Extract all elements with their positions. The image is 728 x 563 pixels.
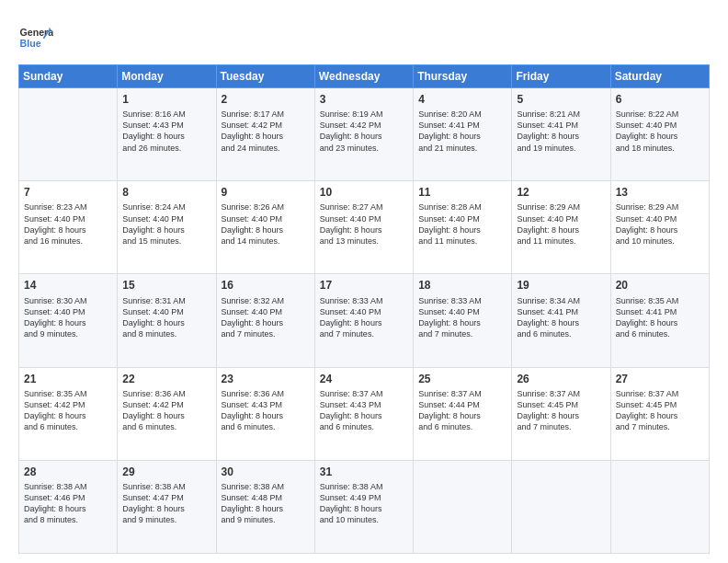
calendar-cell: 19Sunrise: 8:34 AM Sunset: 4:41 PM Dayli… [512, 274, 610, 367]
calendar-cell: 26Sunrise: 8:37 AM Sunset: 4:45 PM Dayli… [512, 367, 610, 460]
calendar-header-sunday: Sunday [19, 65, 118, 88]
day-number: 13 [616, 185, 704, 200]
calendar-header-monday: Monday [118, 65, 216, 88]
day-number: 16 [222, 278, 310, 293]
calendar-cell: 17Sunrise: 8:33 AM Sunset: 4:40 PM Dayli… [314, 274, 413, 367]
calendar-cell: 31Sunrise: 8:38 AM Sunset: 4:49 PM Dayli… [314, 460, 413, 553]
day-info: Sunrise: 8:35 AM Sunset: 4:41 PM Dayligh… [616, 295, 704, 340]
calendar-cell: 22Sunrise: 8:36 AM Sunset: 4:42 PM Dayli… [118, 367, 216, 460]
calendar-cell: 8Sunrise: 8:24 AM Sunset: 4:40 PM Daylig… [118, 181, 216, 274]
day-info: Sunrise: 8:28 AM Sunset: 4:40 PM Dayligh… [418, 201, 506, 247]
day-info: Sunrise: 8:37 AM Sunset: 4:44 PM Dayligh… [418, 388, 506, 433]
calendar-header-tuesday: Tuesday [216, 65, 314, 88]
day-info: Sunrise: 8:22 AM Sunset: 4:40 PM Dayligh… [616, 109, 704, 154]
logo-icon: General Blue [18, 20, 53, 55]
day-number: 15 [122, 278, 210, 293]
day-number: 11 [418, 185, 506, 200]
calendar-cell [610, 460, 709, 553]
day-number: 8 [122, 185, 210, 200]
calendar-header-thursday: Thursday [414, 65, 512, 88]
day-info: Sunrise: 8:21 AM Sunset: 4:41 PM Dayligh… [517, 109, 605, 154]
calendar-header-row: SundayMondayTuesdayWednesdayThursdayFrid… [19, 65, 710, 88]
calendar-cell [414, 460, 512, 553]
day-info: Sunrise: 8:16 AM Sunset: 4:43 PM Dayligh… [122, 109, 210, 154]
page: General Blue SundayMondayTuesdayWednesda… [0, 0, 728, 563]
day-info: Sunrise: 8:20 AM Sunset: 4:41 PM Dayligh… [418, 109, 506, 154]
calendar-cell: 6Sunrise: 8:22 AM Sunset: 4:40 PM Daylig… [610, 88, 709, 181]
calendar-cell: 5Sunrise: 8:21 AM Sunset: 4:41 PM Daylig… [512, 88, 610, 181]
calendar-week-row: 21Sunrise: 8:35 AM Sunset: 4:42 PM Dayli… [19, 367, 710, 460]
day-number: 24 [320, 372, 408, 386]
calendar-cell: 29Sunrise: 8:38 AM Sunset: 4:47 PM Dayli… [118, 460, 216, 553]
calendar-week-row: 14Sunrise: 8:30 AM Sunset: 4:40 PM Dayli… [19, 274, 710, 367]
day-number: 27 [616, 372, 704, 386]
day-info: Sunrise: 8:29 AM Sunset: 4:40 PM Dayligh… [517, 201, 605, 247]
day-info: Sunrise: 8:37 AM Sunset: 4:43 PM Dayligh… [320, 388, 408, 433]
calendar-header-saturday: Saturday [610, 65, 709, 88]
day-number: 26 [517, 372, 605, 386]
day-number: 21 [24, 372, 112, 386]
calendar-cell: 13Sunrise: 8:29 AM Sunset: 4:40 PM Dayli… [610, 181, 709, 274]
calendar-header-wednesday: Wednesday [314, 65, 413, 88]
day-info: Sunrise: 8:35 AM Sunset: 4:42 PM Dayligh… [24, 388, 112, 433]
day-number: 6 [616, 92, 704, 107]
day-number: 10 [320, 185, 408, 200]
calendar-cell [512, 460, 610, 553]
day-number: 9 [222, 185, 310, 200]
calendar-cell: 18Sunrise: 8:33 AM Sunset: 4:40 PM Dayli… [414, 274, 512, 367]
day-number: 23 [222, 372, 310, 386]
day-info: Sunrise: 8:32 AM Sunset: 4:40 PM Dayligh… [222, 295, 310, 340]
day-number: 28 [24, 465, 112, 479]
day-info: Sunrise: 8:24 AM Sunset: 4:40 PM Dayligh… [122, 201, 210, 247]
day-info: Sunrise: 8:38 AM Sunset: 4:49 PM Dayligh… [320, 481, 408, 526]
calendar-cell: 14Sunrise: 8:30 AM Sunset: 4:40 PM Dayli… [19, 274, 118, 367]
day-info: Sunrise: 8:38 AM Sunset: 4:47 PM Dayligh… [122, 481, 210, 526]
day-number: 18 [418, 278, 506, 293]
calendar-cell: 20Sunrise: 8:35 AM Sunset: 4:41 PM Dayli… [610, 274, 709, 367]
day-number: 17 [320, 278, 408, 293]
day-number: 5 [517, 92, 605, 107]
day-info: Sunrise: 8:36 AM Sunset: 4:43 PM Dayligh… [222, 388, 310, 433]
day-number: 19 [517, 278, 605, 293]
day-number: 3 [320, 92, 408, 107]
day-info: Sunrise: 8:31 AM Sunset: 4:40 PM Dayligh… [122, 295, 210, 340]
svg-text:Blue: Blue [20, 38, 41, 49]
day-number: 14 [24, 278, 112, 293]
day-info: Sunrise: 8:36 AM Sunset: 4:42 PM Dayligh… [122, 388, 210, 433]
day-number: 30 [222, 465, 310, 479]
calendar-cell: 23Sunrise: 8:36 AM Sunset: 4:43 PM Dayli… [216, 367, 314, 460]
day-number: 2 [222, 92, 310, 107]
calendar-cell: 2Sunrise: 8:17 AM Sunset: 4:42 PM Daylig… [216, 88, 314, 181]
day-number: 25 [418, 372, 506, 386]
day-info: Sunrise: 8:29 AM Sunset: 4:40 PM Dayligh… [616, 201, 704, 247]
calendar-cell: 24Sunrise: 8:37 AM Sunset: 4:43 PM Dayli… [314, 367, 413, 460]
day-info: Sunrise: 8:38 AM Sunset: 4:46 PM Dayligh… [24, 481, 112, 526]
day-info: Sunrise: 8:37 AM Sunset: 4:45 PM Dayligh… [616, 388, 704, 433]
day-number: 12 [517, 185, 605, 200]
header: General Blue [18, 17, 710, 55]
day-number: 22 [122, 372, 210, 386]
calendar-header-friday: Friday [512, 65, 610, 88]
calendar-cell: 1Sunrise: 8:16 AM Sunset: 4:43 PM Daylig… [118, 88, 216, 181]
day-info: Sunrise: 8:34 AM Sunset: 4:41 PM Dayligh… [517, 295, 605, 340]
day-info: Sunrise: 8:37 AM Sunset: 4:45 PM Dayligh… [517, 388, 605, 433]
calendar-cell: 27Sunrise: 8:37 AM Sunset: 4:45 PM Dayli… [610, 367, 709, 460]
day-number: 1 [122, 92, 210, 107]
calendar-cell: 4Sunrise: 8:20 AM Sunset: 4:41 PM Daylig… [414, 88, 512, 181]
day-info: Sunrise: 8:23 AM Sunset: 4:40 PM Dayligh… [24, 201, 112, 247]
logo: General Blue [18, 20, 57, 55]
day-info: Sunrise: 8:38 AM Sunset: 4:48 PM Dayligh… [222, 481, 310, 526]
calendar-cell: 3Sunrise: 8:19 AM Sunset: 4:42 PM Daylig… [314, 88, 413, 181]
day-info: Sunrise: 8:26 AM Sunset: 4:40 PM Dayligh… [222, 201, 310, 247]
day-info: Sunrise: 8:33 AM Sunset: 4:40 PM Dayligh… [320, 295, 408, 340]
calendar-week-row: 1Sunrise: 8:16 AM Sunset: 4:43 PM Daylig… [19, 88, 710, 181]
day-number: 29 [122, 465, 210, 479]
calendar-cell: 21Sunrise: 8:35 AM Sunset: 4:42 PM Dayli… [19, 367, 118, 460]
calendar-cell: 11Sunrise: 8:28 AM Sunset: 4:40 PM Dayli… [414, 181, 512, 274]
calendar-cell: 30Sunrise: 8:38 AM Sunset: 4:48 PM Dayli… [216, 460, 314, 553]
day-number: 4 [418, 92, 506, 107]
calendar-cell: 25Sunrise: 8:37 AM Sunset: 4:44 PM Dayli… [414, 367, 512, 460]
day-info: Sunrise: 8:30 AM Sunset: 4:40 PM Dayligh… [24, 295, 112, 340]
day-number: 31 [320, 465, 408, 479]
day-number: 7 [24, 185, 112, 200]
